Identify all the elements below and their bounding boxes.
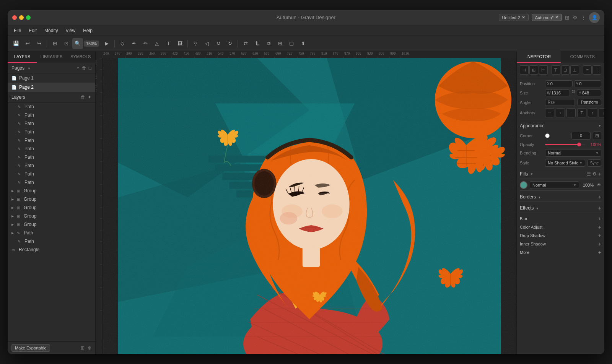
vector-tool[interactable]: ◇ — [117, 38, 128, 49]
align-distribute-v-btn[interactable]: ⋮ — [592, 65, 601, 75]
redo-tool[interactable]: ↪ — [34, 38, 44, 49]
layer-path-3[interactable]: ✎ Path — [8, 119, 95, 128]
page-view-icon[interactable]: ○ — [77, 65, 80, 71]
layer-group-1[interactable]: ▶ ⊞ Group — [8, 187, 95, 195]
sync-button[interactable]: Sync — [588, 159, 601, 167]
blur-add-btn[interactable]: + — [598, 216, 601, 222]
align-center-v-btn[interactable]: ⊡ — [561, 65, 570, 75]
x-input-wrapper[interactable]: X 0 — [545, 80, 573, 87]
artwork-canvas[interactable] — [103, 58, 516, 354]
image-tool[interactable]: 🖼 — [174, 38, 185, 49]
boolean-union[interactable]: ▽ — [190, 38, 201, 49]
close-button[interactable] — [12, 15, 17, 20]
distribute-tool[interactable]: ⊞ — [275, 38, 285, 49]
h-input-wrapper[interactable]: H 848 — [577, 89, 602, 96]
fills-add-icon[interactable]: + — [598, 171, 601, 177]
anchor-top-btn[interactable]: ↑ — [588, 108, 597, 117]
text-tool[interactable]: T — [163, 38, 174, 49]
mask-tool[interactable]: ▢ — [286, 38, 297, 49]
add-export-icon[interactable]: ⊕ — [88, 345, 91, 351]
anchor-bottom-btn[interactable]: ↓ — [599, 108, 604, 117]
layer-path-expand-1[interactable]: ▶ ✎ Path — [8, 229, 95, 237]
flip-h[interactable]: ⇄ — [240, 38, 251, 49]
pencil-tool[interactable]: ✏ — [140, 38, 151, 49]
style-dropdown[interactable]: No Shared Style ▼ — [545, 159, 585, 167]
align-bottom-btn[interactable]: ⊥ — [570, 65, 579, 75]
save-tool[interactable]: 💾 — [11, 38, 21, 49]
effects-add-icon[interactable]: + — [598, 205, 601, 211]
undo-tool[interactable]: ↩ — [22, 38, 33, 49]
make-exportable-button[interactable]: Make Exportable — [11, 344, 50, 352]
corner-options-btn[interactable]: ⊞ — [593, 132, 601, 140]
menu-view[interactable]: View — [62, 27, 78, 34]
align-distribute-h-btn[interactable]: ≡ — [583, 65, 592, 75]
menu-modify[interactable]: Modify — [41, 27, 61, 34]
export-icon[interactable]: ⊞ — [81, 345, 85, 351]
layer-path-9[interactable]: ✎ Path — [8, 170, 95, 178]
layer-path-1[interactable]: ✎ Path — [8, 102, 95, 111]
inner-shadow-add-btn[interactable]: + — [598, 241, 601, 247]
color-adjust-add-btn[interactable]: + — [598, 224, 601, 230]
tab-comments[interactable]: COMMENTS — [561, 51, 605, 63]
layer-group-3[interactable]: ▶ ⊞ Group — [8, 203, 95, 212]
arrange-tool[interactable]: ⧉ — [263, 38, 274, 49]
align-center-h-btn[interactable]: ⊞ — [529, 65, 538, 75]
align-top-btn[interactable]: ⊤ — [552, 65, 560, 75]
anchor-text-btn[interactable]: T — [577, 108, 586, 117]
opacity-slider[interactable] — [545, 144, 585, 145]
tab-libraries[interactable]: LIBRARIES — [37, 51, 66, 63]
untitled-tab[interactable]: Untitled-2 ✕ — [499, 14, 529, 21]
layer-group-2[interactable]: ▶ ⊞ Group — [8, 195, 95, 203]
transform-button[interactable]: Transform — [577, 99, 601, 106]
flip-v[interactable]: ⇅ — [252, 38, 262, 49]
maximize-button[interactable] — [26, 15, 31, 20]
layer-path-11[interactable]: ✎ Path — [8, 237, 95, 245]
page-delete-icon[interactable]: 🗑 — [82, 65, 86, 71]
layer-path-2[interactable]: ✎ Path — [8, 111, 95, 119]
menu-edit[interactable]: Edit — [26, 27, 40, 34]
menu-file[interactable]: File — [11, 27, 24, 34]
tab-inspector[interactable]: INSPECTOR — [517, 51, 561, 63]
anchor-add-btn[interactable]: + — [556, 108, 565, 117]
layer-path-10[interactable]: ✎ Path — [8, 178, 95, 187]
pen-tool[interactable]: ✒ — [129, 38, 139, 49]
anchor-left-btn[interactable]: ⊣ — [545, 108, 554, 117]
boolean-back[interactable]: ◁ — [202, 38, 212, 49]
export-tool[interactable]: ⬆ — [298, 38, 308, 49]
select-tool[interactable]: ▶ — [101, 38, 112, 49]
more-add-btn[interactable]: + — [598, 249, 601, 255]
angle-input[interactable]: R 0° — [545, 99, 575, 106]
shape-tool[interactable]: △ — [151, 38, 162, 49]
w-input-wrapper[interactable]: W 1316 — [545, 89, 570, 96]
borders-add-icon[interactable]: + — [598, 194, 601, 200]
canvas-area[interactable]: 240 270 300 330 360 390 42 — [96, 51, 516, 354]
minimize-button[interactable] — [19, 15, 24, 20]
page-add-icon[interactable]: □ — [89, 65, 91, 71]
tab-layers[interactable]: LAYERS — [8, 51, 37, 63]
tab-symbols[interactable]: SYMBOLS — [66, 51, 95, 63]
zoom-in-tool[interactable]: 🔍 — [72, 38, 83, 49]
layer-rectangle-1[interactable]: ▭ Rectangle — [8, 245, 95, 254]
layer-delete-icon[interactable]: 🗑 — [81, 94, 85, 100]
layer-path-6[interactable]: ✎ Path — [8, 145, 95, 153]
fill-color-swatch[interactable] — [520, 181, 527, 189]
menu-help[interactable]: Help — [80, 27, 96, 34]
corner-input[interactable]: 0 — [571, 132, 591, 140]
anchor-remove-btn[interactable]: − — [566, 108, 576, 117]
page-2-item[interactable]: 📄 Page 2 — [8, 83, 95, 92]
layer-path-7[interactable]: ✎ Path — [8, 153, 95, 161]
autumun-tab[interactable]: Autumun* ✕ — [532, 14, 562, 21]
layer-path-8[interactable]: ✎ Path — [8, 161, 95, 170]
rotate-ccw[interactable]: ↺ — [213, 38, 224, 49]
layer-add-icon[interactable]: ✦ — [88, 94, 91, 100]
zoom-fit-tool[interactable]: ⊡ — [61, 38, 72, 49]
fills-list-icon[interactable]: ☰ — [587, 171, 591, 177]
y-input-wrapper[interactable]: Y 0 — [574, 80, 602, 87]
layer-group-5[interactable]: ▶ ⊞ Group — [8, 220, 95, 229]
appearance-header[interactable]: Appearance ▼ — [520, 122, 601, 130]
more-icon[interactable]: ⋮ — [581, 15, 586, 21]
drop-shadow-add-btn[interactable]: + — [598, 232, 601, 239]
align-right-btn[interactable]: ⊢ — [539, 65, 548, 75]
layer-group-4[interactable]: ▶ ⊞ Group — [8, 212, 95, 220]
extensions-icon[interactable]: ⚙ — [573, 15, 578, 21]
